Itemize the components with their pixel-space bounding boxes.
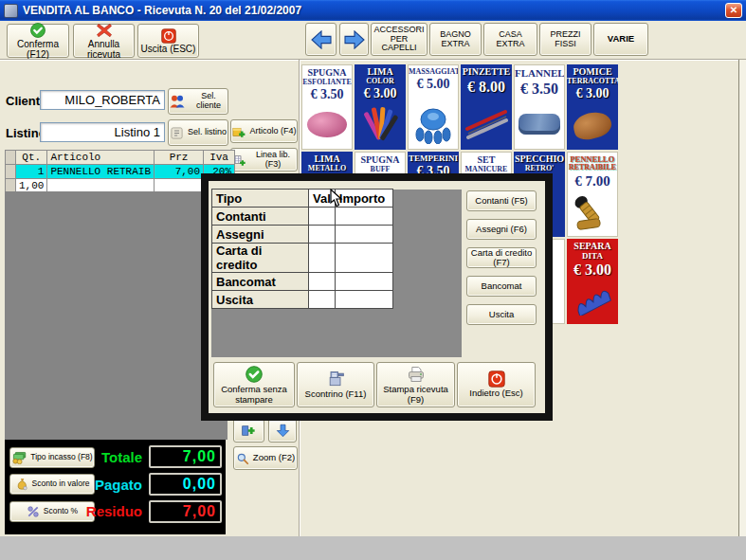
nav-right-button[interactable] xyxy=(339,23,369,56)
receipt-print-button[interactable]: Scontrino (F11) xyxy=(297,362,374,407)
tab-varie[interactable]: VARIE xyxy=(593,23,648,56)
nail-files-image xyxy=(355,104,406,146)
brush-image xyxy=(568,190,617,232)
people-icon xyxy=(169,95,186,109)
product-tile-flannel[interactable]: FLANNEL € 3.50 xyxy=(514,64,565,150)
tab-bagno-extra[interactable]: BAGNO EXTRA xyxy=(429,23,482,56)
payment-row-carta[interactable]: Carta di credito xyxy=(212,244,393,273)
total-label: Totale xyxy=(55,449,142,465)
paid-label: Pagato xyxy=(55,477,142,493)
exit-side-button[interactable]: Uscita xyxy=(466,304,537,325)
moneybag-icon xyxy=(15,478,28,491)
residual-label: Residuo xyxy=(55,503,142,519)
tweezers-image xyxy=(461,104,512,146)
paid-value: 0,00 xyxy=(149,473,222,496)
nav-left-button[interactable] xyxy=(305,23,337,56)
payment-table: Tipo Val Importo Contanti Assegni Carta … xyxy=(211,189,393,309)
mouse-cursor xyxy=(330,189,343,208)
col-tipo: Tipo xyxy=(212,190,309,208)
title-bar: VENDITA AL BANCO - Ricevuta N. 20 del 21… xyxy=(0,0,746,21)
payment-row-uscita[interactable]: Uscita xyxy=(212,291,393,309)
tab-prezzi-fissi[interactable]: PREZZI FISSI xyxy=(539,23,591,56)
receipt-header-row: Qt. Articolo Prz Iva xyxy=(6,151,235,165)
pricelist-field[interactable]: Listino 1 xyxy=(40,122,165,142)
check-circle-icon xyxy=(29,22,46,39)
product-tile-massaggiatori[interactable]: MASSAGGIATORI € 5.00 xyxy=(408,64,459,150)
residual-value: 7,00 xyxy=(149,500,222,523)
confirm-button[interactable]: Conferma (F12) xyxy=(7,24,69,58)
app-window: VENDITA AL BANCO - Ricevuta N. 20 del 21… xyxy=(0,0,746,560)
customer-field[interactable]: MILO_ROBERTA xyxy=(40,90,165,110)
sponge-image xyxy=(302,103,352,145)
product-tile-separa-dita[interactable]: SEPARA DITA € 3.00 xyxy=(567,239,618,324)
article-plus-icon xyxy=(231,124,246,138)
power-icon xyxy=(488,370,505,388)
power-icon xyxy=(161,28,176,44)
col-importo: Importo xyxy=(335,190,392,208)
credit-card-button[interactable]: Carta di credito (F7) xyxy=(466,247,537,268)
insert-line-button[interactable] xyxy=(233,418,264,443)
payment-header-row: Tipo Val Importo xyxy=(212,190,393,208)
move-down-button[interactable] xyxy=(268,418,297,443)
cancel-receipt-button[interactable]: Annulla ricevuta xyxy=(73,24,135,58)
right-edge xyxy=(738,60,746,536)
col-prz: Prz xyxy=(155,151,204,165)
receipt-empty-area xyxy=(5,191,227,440)
confirm-no-print-button[interactable]: Conferma senza stampare xyxy=(213,362,295,407)
select-pricelist-button[interactable]: Sel. listino xyxy=(168,119,228,146)
cash-register-icon xyxy=(326,370,345,388)
percent-icon xyxy=(27,505,40,518)
arrow-left-icon xyxy=(311,30,332,49)
article-button[interactable]: Articolo (F4) xyxy=(230,119,298,143)
cheque-button[interactable]: Assegni (F6) xyxy=(466,219,537,240)
bancomat-button[interactable]: Bancomat xyxy=(466,276,537,297)
red-x-icon xyxy=(96,22,113,39)
arrow-down-icon xyxy=(276,424,290,438)
scroll-icon xyxy=(170,126,184,140)
check-circle-icon xyxy=(245,365,264,384)
payment-row-bancomat[interactable]: Bancomat xyxy=(212,273,393,291)
free-line-button[interactable]: Linea lib. (F3) xyxy=(230,148,298,172)
product-tile-pennello-retraibile[interactable]: PENNELLO RETRAIBILE € 7.00 xyxy=(567,152,618,237)
tab-casa-extra[interactable]: CASA EXTRA xyxy=(483,23,537,56)
toe-separator-image xyxy=(567,279,618,320)
printer-icon xyxy=(407,365,426,384)
payment-dialog: Tipo Val Importo Contanti Assegni Carta … xyxy=(201,173,553,421)
magnifier-icon xyxy=(236,452,249,465)
total-value: 7,00 xyxy=(149,445,222,468)
product-tile-pinzette[interactable]: PINZETTE € 8.00 xyxy=(461,64,512,150)
col-iva: Iva xyxy=(204,151,235,165)
product-tile-lima-color[interactable]: LIMA COLOR € 3.00 xyxy=(355,64,406,150)
massager-image xyxy=(409,103,458,145)
arrow-right-icon xyxy=(344,30,365,49)
exit-button[interactable]: Uscita (ESC) xyxy=(137,24,199,58)
print-receipt-button[interactable]: Stampa ricevuta (F9) xyxy=(376,362,455,407)
payment-row-contanti[interactable]: Contanti xyxy=(212,208,393,226)
product-tile-spugna-esfoliante[interactable]: SPUGNA ESFOLIANTE € 3.50 xyxy=(301,64,353,150)
select-customer-button[interactable]: Sel. cliente xyxy=(168,88,228,115)
towel-image xyxy=(515,103,564,145)
tab-accessori-capelli[interactable]: ACCESSORI PER CAPELLI xyxy=(371,23,428,56)
product-tile-pomice[interactable]: POMICE TERRACOTTA € 3.00 xyxy=(567,64,618,150)
payment-row-assegni[interactable]: Assegni xyxy=(212,226,393,244)
cash-button[interactable]: Contanti (F5) xyxy=(466,190,537,211)
window-title: VENDITA AL BANCO - Ricevuta N. 20 del 21… xyxy=(23,4,301,17)
app-icon xyxy=(4,4,18,18)
money-icon xyxy=(11,451,27,464)
toolbar-divider xyxy=(0,59,746,61)
pumice-image xyxy=(567,104,618,146)
close-icon[interactable]: ✕ xyxy=(725,3,742,18)
zoom-button[interactable]: Zoom (F2) xyxy=(233,446,298,470)
window-bottom-margin xyxy=(0,536,746,560)
col-articolo: Articolo xyxy=(47,151,155,165)
col-qt: Qt. xyxy=(16,151,47,165)
insert-plus-icon xyxy=(241,424,257,438)
back-button[interactable]: Indietro (Esc) xyxy=(457,362,536,407)
